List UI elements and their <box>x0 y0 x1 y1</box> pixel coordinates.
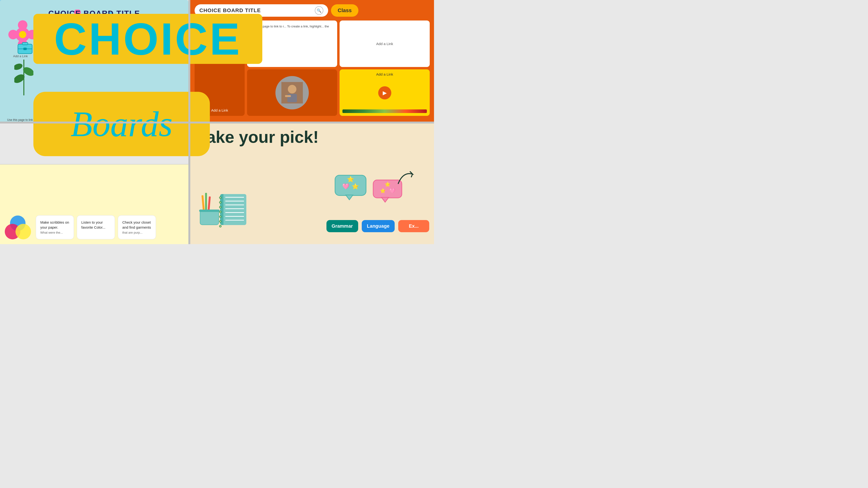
boards-banner: Boards <box>33 92 210 156</box>
add-link-card-1[interactable]: Add a Link <box>340 21 430 67</box>
stationery-group <box>200 194 246 225</box>
notebook <box>220 194 246 225</box>
cup-rim <box>199 209 220 212</box>
choice-text: CHOICE <box>54 16 242 62</box>
card-scribbles-text: Make scribbles on your paper. <box>40 220 69 229</box>
person-photo <box>275 76 309 109</box>
svg-point-40 <box>288 85 297 93</box>
card-closet-text: Check your closet and find garments <box>122 220 151 229</box>
briefcase-icon <box>16 38 35 56</box>
svg-point-3 <box>8 30 18 39</box>
link-description-text: Use this page to link to r... To create … <box>251 25 329 33</box>
svg-rect-29 <box>22 42 28 45</box>
svg-rect-31 <box>23 48 27 50</box>
add-link-topleft[interactable]: Add a Link <box>13 54 28 58</box>
pencil-2 <box>205 193 207 212</box>
cup-body <box>200 211 219 225</box>
add-link-laptop[interactable]: Add a Link <box>211 108 228 112</box>
add-link-yellow[interactable]: Add a Link <box>376 72 393 76</box>
take-pick-title: Take your pick! <box>197 128 427 147</box>
svg-marker-44 <box>346 195 353 200</box>
color-logo <box>5 216 31 239</box>
slide-bottomright: Take your pick! <box>190 122 434 244</box>
search-bar-text: CHOICE BOARD TITLE <box>199 7 261 13</box>
svg-text:⭐: ⭐ <box>385 182 391 187</box>
choice-banner: CHOICE <box>33 14 262 64</box>
main-container: Add a Link CHOICE BOARD TITLE Class Name… <box>0 0 434 244</box>
svg-rect-42 <box>285 95 291 97</box>
color-stripe <box>342 109 427 113</box>
notebook-spiral <box>219 196 221 227</box>
extra-button[interactable]: Ex... <box>398 220 429 232</box>
svg-text:🩷: 🩷 <box>390 188 395 194</box>
speech-bubble-teal: ⭐ 🩷 ⭐ <box>334 174 367 201</box>
svg-point-5 <box>19 31 26 38</box>
svg-text:🩷: 🩷 <box>342 183 349 190</box>
svg-point-27 <box>14 62 23 71</box>
card-listen: Listen to your favorite Color... <box>77 215 115 239</box>
grammar-button[interactable]: Grammar <box>327 220 358 232</box>
card-listen-text: Listen to your favorite Color... <box>81 220 105 229</box>
divider-horizontal <box>0 122 434 124</box>
svg-text:⭐: ⭐ <box>352 183 359 190</box>
card-scribbles: Make scribbles on your paper. What were … <box>36 215 74 239</box>
circle-yellow-logo <box>16 224 31 239</box>
pencil-cup-container <box>200 201 219 225</box>
person-card[interactable] <box>247 69 337 116</box>
card-scribbles-sub: What were the... <box>40 231 63 234</box>
play-button[interactable]: ▶ <box>378 86 391 99</box>
search-icon[interactable]: 🔍 <box>315 6 323 15</box>
language-button[interactable]: Language <box>362 220 395 232</box>
svg-marker-49 <box>381 197 389 202</box>
svg-text:⭐: ⭐ <box>347 176 354 183</box>
notebook-lines <box>225 197 244 198</box>
svg-text:⭐: ⭐ <box>380 188 386 194</box>
subject-buttons: Grammar Language Ex... <box>327 220 429 232</box>
boards-text: Boards <box>70 103 173 144</box>
color-circles <box>5 216 31 239</box>
arrow-deco <box>396 169 420 189</box>
yellow-card-topright[interactable]: Add a Link ▶ <box>340 69 430 116</box>
card-closet-sub: that are purp... <box>122 231 143 234</box>
card-closet: Check your closet and find garments that… <box>118 215 156 239</box>
class-badge[interactable]: Class <box>331 4 359 17</box>
add-link-text-1[interactable]: Add a Link <box>376 42 393 46</box>
text-cards-row: Make scribbles on your paper. What were … <box>36 215 156 239</box>
